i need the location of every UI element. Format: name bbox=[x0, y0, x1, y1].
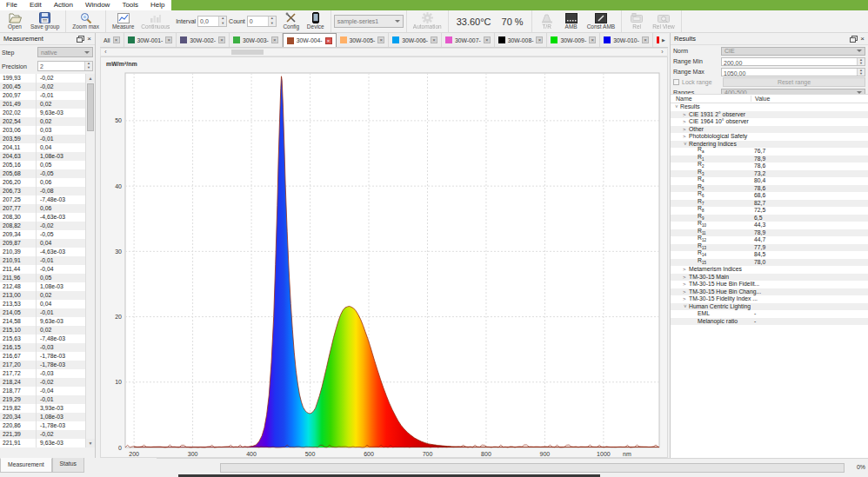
measurement-row[interactable]: 216,67-1,78e-03 bbox=[0, 352, 86, 361]
measurement-row[interactable]: 220,86-1,78e-03 bbox=[0, 421, 86, 430]
float-panel-icon[interactable] bbox=[77, 36, 84, 43]
measurement-row[interactable]: 199,93-0,02 bbox=[0, 74, 86, 83]
measurement-row[interactable]: 203,060,03 bbox=[0, 126, 86, 135]
measurement-row[interactable]: 213,530,04 bbox=[0, 300, 86, 308]
measurement-row[interactable]: 204,631,08e-03 bbox=[0, 152, 86, 161]
measurement-row[interactable]: 214,05-0,01 bbox=[0, 308, 86, 317]
measurement-row[interactable]: 200,45-0,02 bbox=[0, 83, 86, 91]
close-tab-icon[interactable]: × bbox=[642, 36, 649, 43]
tree-row[interactable]: >Results bbox=[671, 103, 868, 111]
rel-button[interactable]: Rel bbox=[624, 12, 649, 30]
series-select[interactable]: sample-series1 bbox=[334, 15, 404, 28]
collapse-icon[interactable]: > bbox=[682, 142, 690, 148]
series-tab-30w-008[interactable]: 30W-008-× bbox=[495, 33, 548, 47]
series-tab-30w-003[interactable]: 30W-003-× bbox=[230, 33, 283, 47]
measurement-row[interactable]: 207,25-7,48e-03 bbox=[0, 195, 86, 204]
close-tab-icon[interactable]: × bbox=[589, 36, 596, 43]
measurement-row[interactable]: 219,29-0,01 bbox=[0, 395, 86, 404]
tab-status[interactable]: Status bbox=[52, 458, 84, 473]
open-button[interactable]: Open bbox=[3, 12, 27, 30]
measurement-row[interactable]: 211,960,05 bbox=[0, 274, 86, 282]
reset-range-button[interactable]: Reset range bbox=[723, 77, 865, 87]
range-max-input[interactable]: 1050,00 ▲▼ bbox=[721, 68, 865, 76]
precision-spinner[interactable]: ▲▼ bbox=[84, 62, 92, 70]
series-tab-30w-007[interactable]: 30W-007-× bbox=[442, 33, 495, 47]
measurement-row[interactable]: 211,44-0,04 bbox=[0, 265, 86, 274]
measurement-row[interactable]: 221,919,63e-03 bbox=[0, 439, 86, 447]
measurement-row[interactable]: 202,540,02 bbox=[0, 117, 86, 126]
step-select[interactable]: native bbox=[37, 47, 93, 57]
tr-button[interactable]: T/R bbox=[535, 12, 559, 30]
series-tab-30w-001[interactable]: 30W-001-× bbox=[124, 33, 177, 47]
measurement-row[interactable]: 210,39-4,63e-03 bbox=[0, 248, 86, 256]
config-button[interactable]: Config bbox=[279, 12, 304, 30]
spin-down-icon[interactable]: ▼ bbox=[85, 66, 92, 70]
close-panel-icon[interactable]: × bbox=[860, 36, 865, 43]
tree-row[interactable]: R1578,0 bbox=[671, 259, 868, 267]
collapse-icon[interactable]: > bbox=[682, 304, 690, 310]
interval-spinner[interactable]: ▲▼ bbox=[218, 17, 226, 26]
measurement-row[interactable]: 206,73-0,08 bbox=[0, 187, 86, 195]
measurement-row[interactable]: 218,77-0,04 bbox=[0, 387, 86, 395]
expand-icon[interactable]: > bbox=[683, 266, 689, 274]
expand-icon[interactable]: > bbox=[683, 133, 689, 141]
tree-row[interactable]: >CIE 1931 2° observer bbox=[671, 111, 868, 119]
scroll-up-icon[interactable]: ▲ bbox=[86, 74, 95, 83]
tree-row[interactable]: >TM-30-15 Main bbox=[671, 274, 868, 282]
spin-down-icon[interactable]: ▼ bbox=[219, 22, 226, 27]
measurement-row[interactable]: 215,100,02 bbox=[0, 326, 86, 335]
close-tab-icon[interactable]: × bbox=[536, 36, 543, 43]
tree-row[interactable]: >Other bbox=[671, 126, 868, 134]
close-panel-icon[interactable]: × bbox=[87, 36, 91, 43]
tree-row[interactable]: >CIE 1964 10° observer bbox=[671, 118, 868, 126]
measurement-row[interactable]: 220,341,08e-03 bbox=[0, 413, 86, 421]
spin-down-icon[interactable]: ▼ bbox=[269, 22, 276, 27]
measurement-row[interactable]: 207,770,06 bbox=[0, 204, 86, 213]
measurement-row[interactable]: 204,110,04 bbox=[0, 143, 86, 152]
measurement-row[interactable]: 218,24-0,02 bbox=[0, 378, 86, 387]
menu-item-edit[interactable]: Edit bbox=[23, 0, 48, 10]
measurement-row[interactable]: 217,72-0,03 bbox=[0, 369, 86, 378]
measurement-row[interactable]: 200,97-0,01 bbox=[0, 91, 86, 100]
save-group-button[interactable]: Save group bbox=[27, 12, 63, 30]
measurement-row[interactable]: 203,59-0,01 bbox=[0, 135, 86, 143]
automation-button[interactable]: Automation bbox=[410, 12, 445, 30]
close-tab-icon[interactable]: × bbox=[377, 36, 384, 43]
measurement-row[interactable]: 208,82-0,02 bbox=[0, 222, 86, 230]
count-input[interactable]: 0 ▲▼ bbox=[247, 16, 277, 27]
range-min-spinner[interactable]: ▲▼ bbox=[857, 58, 865, 65]
scroll-right-icon[interactable]: › bbox=[658, 49, 666, 56]
amb-button[interactable]: AMB bbox=[559, 12, 584, 30]
tree-row[interactable]: >Human Centric Lighting bbox=[671, 303, 868, 311]
close-tab-icon[interactable]: × bbox=[113, 36, 120, 43]
measurement-row[interactable]: 205,68-0,05 bbox=[0, 169, 86, 178]
tree-row[interactable]: >Photobiological Safety bbox=[671, 133, 868, 141]
float-panel-icon[interactable] bbox=[850, 36, 858, 43]
tree-row[interactable]: >Metamerism Indices bbox=[671, 266, 868, 274]
measurement-row[interactable]: 215,63-7,48e-03 bbox=[0, 335, 86, 343]
close-tab-icon[interactable]: × bbox=[484, 36, 491, 43]
tree-row[interactable]: >TM-30-15 Fidelity Index ... bbox=[671, 295, 868, 303]
series-tab-30w-005[interactable]: 30W-005-× bbox=[337, 33, 390, 47]
measurement-row[interactable]: 208,30-4,63e-03 bbox=[0, 213, 86, 222]
measurement-row[interactable]: 214,589,63e-03 bbox=[0, 317, 86, 326]
menu-item-action[interactable]: Action bbox=[48, 0, 79, 10]
measurement-row[interactable]: 201,490,02 bbox=[0, 100, 86, 109]
close-tab-icon[interactable]: × bbox=[431, 36, 437, 43]
measurement-row[interactable]: 212,481,08e-03 bbox=[0, 282, 86, 291]
scrollbar-thumb[interactable] bbox=[231, 50, 264, 55]
collapse-icon[interactable]: > bbox=[673, 104, 681, 110]
measurement-row[interactable]: 209,34-0,05 bbox=[0, 230, 86, 239]
series-tab-30w-002[interactable]: 30W-002-× bbox=[177, 33, 230, 47]
measurement-row[interactable]: 210,91-0,01 bbox=[0, 256, 86, 265]
tree-row[interactable]: >TM-30-15 Hue Bin Chang... bbox=[671, 288, 868, 296]
tab-scroll-right-icon[interactable]: ▶ bbox=[659, 34, 668, 47]
measurement-row[interactable]: 217,20-1,78e-03 bbox=[0, 361, 86, 369]
series-tab-30w-004[interactable]: 30W-004-× bbox=[283, 33, 337, 47]
spectrum-chart[interactable]: 010203040502003004005006007008009001000n… bbox=[101, 57, 667, 457]
close-tab-icon[interactable]: × bbox=[165, 36, 172, 43]
lock-range-checkbox[interactable] bbox=[673, 79, 679, 85]
scroll-down-icon[interactable]: ▼ bbox=[86, 439, 95, 447]
measure-button[interactable]: Measure bbox=[109, 12, 137, 30]
scroll-left-icon[interactable]: ‹ bbox=[102, 49, 110, 56]
